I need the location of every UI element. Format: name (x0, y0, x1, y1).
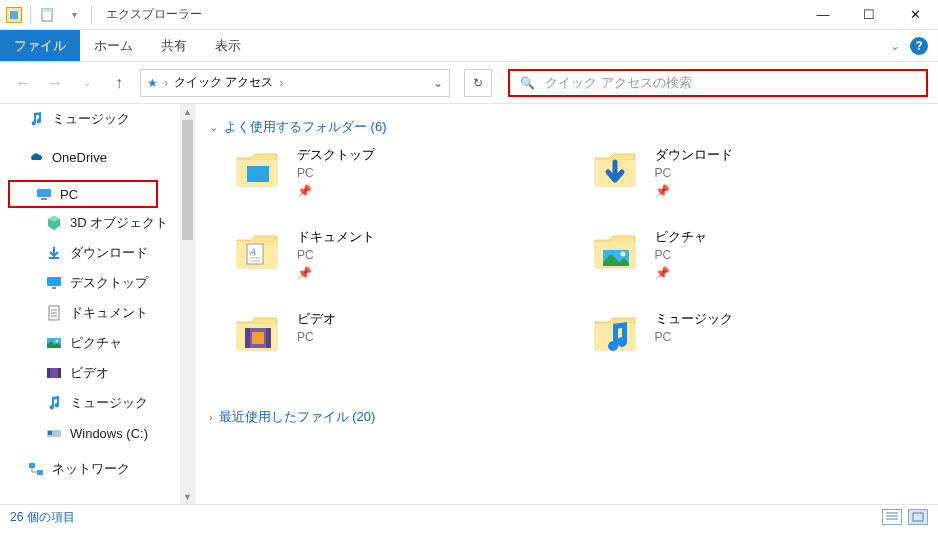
folder-documents-icon: A (233, 228, 281, 276)
folder-desktop-icon (233, 146, 281, 194)
tree-item-videos[interactable]: ビデオ (0, 358, 180, 388)
pin-icon: 📌 (297, 266, 375, 280)
ribbon-collapse-icon[interactable]: ⌄ (890, 39, 900, 53)
cloud-icon (28, 149, 44, 165)
video-icon (46, 365, 62, 381)
music-icon (46, 395, 62, 411)
search-icon: 🔍 (520, 76, 535, 90)
tree-item-music[interactable]: ミュージック (0, 388, 180, 418)
svg-rect-5 (47, 277, 61, 286)
tree-label: デスクトップ (70, 274, 148, 292)
tree-item-pc[interactable]: PC (8, 180, 158, 208)
folder-name: ピクチャ (655, 228, 707, 246)
scroll-up-icon[interactable]: ▲ (180, 104, 195, 119)
search-placeholder: クイック アクセスの検索 (545, 74, 692, 92)
tab-share[interactable]: 共有 (147, 30, 201, 61)
tree-label: 3D オブジェクト (70, 214, 168, 232)
address-bar[interactable]: ★ › クイック アクセス › ⌄ (140, 69, 450, 97)
crumb-sep-icon: › (279, 76, 283, 90)
tab-home[interactable]: ホーム (80, 30, 147, 61)
tree-item-network[interactable]: ネットワーク (0, 454, 180, 484)
view-details-button[interactable] (882, 509, 902, 525)
app-icon (6, 7, 22, 23)
folder-sub: PC (297, 330, 336, 344)
recent-locations-button[interactable]: ⌄ (74, 70, 100, 96)
section-recent-header[interactable]: › 最近使用したファイル (20) (209, 408, 928, 426)
qat-properties-icon[interactable] (39, 6, 57, 24)
folder-downloads-icon (591, 146, 639, 194)
folder-item-music[interactable]: ミュージック PC (591, 310, 929, 380)
close-button[interactable]: ✕ (892, 0, 938, 30)
tree-item-downloads[interactable]: ダウンロード (0, 238, 180, 268)
view-large-icons-button[interactable] (908, 509, 928, 525)
svg-rect-20 (247, 166, 269, 182)
folder-name: ビデオ (297, 310, 336, 328)
chevron-right-icon: › (209, 411, 213, 423)
folder-sub: PC (655, 330, 733, 344)
music-icon (28, 111, 44, 127)
minimize-button[interactable]: — (800, 0, 846, 30)
search-box[interactable]: 🔍 クイック アクセスの検索 (508, 69, 928, 97)
refresh-button[interactable]: ↻ (464, 69, 492, 97)
folder-music-icon (591, 310, 639, 358)
breadcrumb-quick-access[interactable]: クイック アクセス (174, 74, 273, 91)
forward-button[interactable]: → (42, 70, 68, 96)
tree-item-music-top[interactable]: ミュージック (0, 104, 180, 134)
svg-point-12 (56, 340, 59, 343)
back-button[interactable]: ← (10, 70, 36, 96)
tree-label: ピクチャ (70, 334, 122, 352)
tree-item-3d-objects[interactable]: 3D オブジェクト (0, 208, 180, 238)
folder-name: ドキュメント (297, 228, 375, 246)
tree-label: ミュージック (70, 394, 148, 412)
folder-pictures-icon (591, 228, 639, 276)
folder-item-pictures[interactable]: ピクチャ PC 📌 (591, 228, 929, 298)
tree-item-desktop[interactable]: デスクトップ (0, 268, 180, 298)
qat-dropdown-icon[interactable]: ▾ (65, 6, 83, 24)
folder-name: ダウンロード (655, 146, 733, 164)
tree-item-pictures[interactable]: ピクチャ (0, 328, 180, 358)
svg-rect-3 (41, 198, 47, 200)
svg-rect-34 (913, 513, 923, 521)
picture-icon (46, 335, 62, 351)
pin-icon: 📌 (655, 184, 733, 198)
quick-access-star-icon: ★ (147, 76, 158, 90)
svg-text:A: A (249, 247, 256, 257)
svg-rect-29 (266, 328, 271, 348)
up-button[interactable]: ↑ (106, 70, 132, 96)
section-frequent-header[interactable]: ⌄ よく使用するフォルダー (6) (209, 118, 928, 136)
tree-item-documents[interactable]: ドキュメント (0, 298, 180, 328)
navigation-pane: ミュージック OneDrive PC 3D オブジェクト ダウンロード (0, 104, 195, 504)
svg-rect-18 (29, 463, 35, 468)
tab-file[interactable]: ファイル (0, 30, 80, 61)
folder-item-documents[interactable]: A ドキュメント PC 📌 (233, 228, 571, 298)
address-dropdown-icon[interactable]: ⌄ (433, 76, 443, 90)
svg-rect-30 (252, 332, 264, 344)
tree-item-onedrive[interactable]: OneDrive (0, 142, 180, 172)
folder-videos-icon (233, 310, 281, 358)
maximize-button[interactable]: ☐ (846, 0, 892, 30)
section-label: よく使用するフォルダー (6) (224, 118, 387, 136)
svg-rect-1 (42, 9, 52, 12)
document-icon (46, 305, 62, 321)
folder-item-downloads[interactable]: ダウンロード PC 📌 (591, 146, 929, 216)
qat-separator (30, 6, 31, 24)
folder-item-desktop[interactable]: デスクトップ PC 📌 (233, 146, 571, 216)
window-title: エクスプローラー (106, 6, 202, 23)
scroll-down-icon[interactable]: ▼ (180, 489, 195, 504)
nav-scrollbar-track[interactable]: ▲ ▼ (180, 104, 195, 504)
folder-sub: PC (297, 248, 375, 262)
network-icon (28, 461, 44, 477)
folder-name: ミュージック (655, 310, 733, 328)
svg-rect-19 (37, 470, 43, 475)
drive-icon (46, 425, 62, 441)
folder-item-videos[interactable]: ビデオ PC (233, 310, 571, 380)
folder-sub: PC (655, 166, 733, 180)
svg-rect-14 (47, 368, 50, 378)
nav-scrollbar-thumb[interactable] (182, 120, 193, 240)
help-button[interactable]: ? (910, 37, 928, 55)
tree-item-cdrive[interactable]: Windows (C:) (0, 418, 180, 448)
tree-label: ビデオ (70, 364, 109, 382)
status-text: 26 個の項目 (10, 509, 75, 526)
tree-label: PC (60, 187, 78, 202)
tab-view[interactable]: 表示 (201, 30, 255, 61)
